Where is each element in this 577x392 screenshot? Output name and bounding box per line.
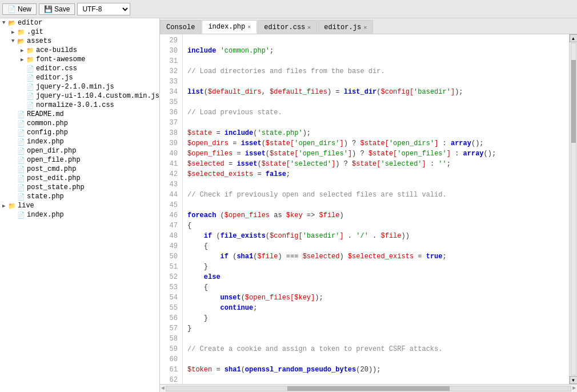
tab-editor-js[interactable]: editor.js ✕ (318, 20, 373, 34)
h-scroll-thumb (287, 386, 449, 391)
tab-editor-js-label: editor.js (324, 23, 361, 31)
tree-item-label: jquery-2.1.0.min.js (36, 83, 114, 91)
folder-item[interactable]: ▼📂assets (0, 37, 159, 46)
scroll-up-button[interactable]: ▲ (570, 34, 578, 42)
code-line: $open_files = isset($state['open_files']… (187, 149, 564, 159)
line-number: 50 (162, 251, 178, 262)
folder-icon: 📂 (8, 19, 16, 27)
file-icon: 📄 (17, 120, 25, 127)
folder-item[interactable]: ▶📁.git (0, 27, 159, 37)
code-line: continue; (187, 303, 564, 313)
horizontal-scrollbar[interactable]: ◄ ► (160, 384, 577, 392)
folder-item[interactable]: ▶📁font-awesome (0, 55, 159, 64)
scroll-track[interactable] (571, 43, 576, 375)
line-number: 45 (162, 200, 178, 210)
tab-editor-css-close[interactable]: ✕ (307, 24, 311, 31)
file-item[interactable]: 📄open_file.php (0, 155, 159, 165)
tab-console[interactable]: Console (160, 20, 201, 34)
line-number: 39 (162, 138, 178, 149)
file-item[interactable]: 📄state.php (0, 192, 159, 201)
line-number: 48 (162, 231, 178, 241)
code-line: $selected_exists = false; (187, 169, 564, 179)
line-number: 31 (162, 56, 178, 66)
line-number: 33 (162, 77, 178, 87)
code-line (187, 56, 564, 66)
code-line (187, 77, 564, 87)
tree-item-label: post_state.php (27, 183, 85, 191)
file-item[interactable]: 📄post_cmd.php (0, 165, 159, 174)
tab-console-label: Console (166, 23, 195, 31)
line-number: 55 (162, 303, 178, 313)
file-item[interactable]: 📄jquery-2.1.0.min.js (0, 82, 159, 91)
code-line: } (187, 313, 564, 323)
tree-item-label: editor (18, 19, 42, 27)
folder-icon: 📁 (26, 47, 34, 54)
line-number: 34 (162, 87, 178, 97)
line-number: 49 (162, 241, 178, 251)
code-line: $open_dirs = isset($state['open_dirs']) … (187, 138, 564, 149)
file-item[interactable]: 📄config.php (0, 128, 159, 137)
line-number: 53 (162, 282, 178, 293)
tree-item-label: post_cmd.php (27, 165, 76, 173)
code-line: else (187, 272, 564, 282)
code-line: } (187, 323, 564, 334)
file-item[interactable]: 📄normalize-3.0.1.css (0, 101, 159, 110)
editor-wrapper: 2930313233343536373839404142434445464748… (160, 34, 577, 384)
file-item[interactable]: 📄post_state.php (0, 183, 159, 192)
tab-editor-css-label: editor.css (264, 23, 305, 31)
code-line (187, 97, 564, 107)
code-line: unset($open_files[$key]); (187, 293, 564, 303)
save-icon: 💾 (44, 5, 53, 13)
save-label: Save (54, 5, 70, 13)
tab-index-php-close[interactable]: ✕ (247, 23, 251, 30)
file-item[interactable]: 📄jquery-ui-1.10.4.custom.min.js (0, 91, 159, 101)
tab-index-php[interactable]: index.php ✕ (202, 20, 257, 34)
code-line: $selected = isset($state['selected']) ? … (187, 159, 564, 169)
tabs-bar: Console index.php ✕ editor.css ✕ editor.… (160, 18, 577, 34)
tab-editor-css[interactable]: editor.css ✕ (258, 20, 317, 34)
file-item[interactable]: 📄editor.js (0, 73, 159, 82)
code-line: // Create a cookie and assign a token to… (187, 344, 564, 354)
file-item[interactable]: 📄common.php (0, 119, 159, 128)
editor-container: Console index.php ✕ editor.css ✕ editor.… (160, 18, 577, 392)
tree-item-label: open_file.php (27, 156, 81, 164)
tree-item-label: editor.js (36, 74, 73, 82)
tree-item-label: normalize-3.0.1.css (36, 101, 114, 109)
code-line: { (187, 221, 564, 231)
tree-item-label: config.php (27, 129, 68, 137)
tab-index-php-label: index.php (208, 23, 245, 31)
file-icon: 📄 (17, 211, 25, 219)
h-scroll-track[interactable] (166, 386, 571, 391)
code-content[interactable]: include 'common.php'; // Load directorie… (183, 34, 569, 384)
code-line: } (187, 262, 564, 272)
file-item[interactable]: 📄index.php (0, 210, 159, 219)
scroll-down-button[interactable]: ▼ (570, 376, 578, 384)
file-item[interactable]: 📄README.md (0, 110, 159, 119)
line-number: 62 (162, 375, 178, 384)
tree-container: ▼📂editor▶📁.git▼📂assets▶📁ace-builds▶📁font… (0, 18, 159, 219)
folder-icon: 📁 (8, 202, 16, 210)
line-number: 37 (162, 118, 178, 128)
file-icon: 📄 (17, 175, 25, 182)
folder-icon: 📁 (26, 56, 34, 63)
tree-item-label: editor.css (36, 65, 77, 73)
file-item[interactable]: 📄editor.css (0, 64, 159, 73)
line-number: 36 (162, 107, 178, 118)
line-number: 60 (162, 354, 178, 365)
save-button[interactable]: 💾 Save (39, 3, 75, 15)
new-button[interactable]: 📄 New (2, 3, 37, 15)
tree-item-label: font-awesome (36, 55, 85, 63)
file-item[interactable]: 📄post_edit.php (0, 174, 159, 183)
folder-arrow-icon: ▼ (2, 20, 8, 26)
folder-item[interactable]: ▼📂editor (0, 18, 159, 27)
file-item[interactable]: 📄index.php (0, 137, 159, 146)
code-line (187, 354, 564, 365)
tab-editor-js-close[interactable]: ✕ (363, 24, 367, 31)
encoding-select[interactable]: UTF-8 UTF-16 ISO-8859-1 ASCII (77, 3, 130, 15)
file-item[interactable]: 📄open_dir.php (0, 146, 159, 155)
folder-item[interactable]: ▶📁ace-builds (0, 46, 159, 55)
folder-item[interactable]: ▶📁live (0, 201, 159, 210)
folder-icon: 📁 (17, 29, 25, 36)
file-icon: 📄 (17, 129, 25, 137)
file-icon: 📄 (17, 111, 25, 118)
